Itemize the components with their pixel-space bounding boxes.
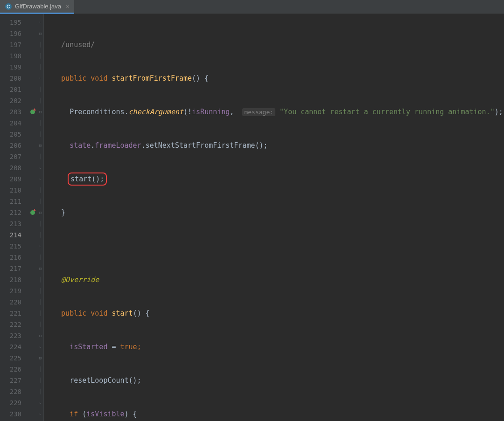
- line-number: 196: [0, 28, 21, 39]
- editor-tab-gifdrawable[interactable]: C GifDrawable.java ×: [0, 0, 74, 14]
- fold-indicator[interactable]: [37, 408, 43, 420]
- gutter-marker-slot: [28, 140, 37, 151]
- code-line: Preconditions.checkArgument(!isRunning, …: [49, 106, 504, 117]
- gutter-marker-slot: [28, 129, 37, 140]
- fold-indicator[interactable]: [37, 28, 43, 39]
- fold-indicator: [37, 218, 43, 229]
- gutter-marker-slot: [28, 185, 37, 196]
- fold-indicator: [37, 95, 43, 106]
- tab-filename: GifDrawable.java: [15, 3, 61, 10]
- fold-indicator[interactable]: [37, 341, 43, 352]
- fold-indicator[interactable]: [37, 162, 43, 173]
- gutter-marker-slot: [28, 364, 37, 375]
- gutter-marker-slot: [28, 386, 37, 397]
- gutter-marker-slot: [28, 252, 37, 263]
- gutter-marker-slot: [28, 196, 37, 207]
- line-number: 198: [0, 50, 21, 62]
- code-line: start();: [49, 173, 504, 185]
- gutter-marker-slot: [28, 241, 37, 252]
- gutter-marker-slot: [28, 62, 37, 73]
- editor-area[interactable]: 1951961971981992002012022032042052062072…: [0, 14, 504, 421]
- gutter-marker-slot: [28, 207, 37, 218]
- svg-text:C: C: [7, 4, 10, 9]
- gutter-marker-slot: [28, 297, 37, 308]
- fold-indicator[interactable]: [37, 330, 43, 341]
- gutter-marker-slot: [28, 17, 37, 28]
- override-indicator-icon[interactable]: [30, 110, 35, 114]
- gutter-marker-slot: [28, 95, 37, 106]
- fold-indicator: [37, 151, 43, 162]
- fold-indicator: [37, 364, 43, 375]
- gutter-marker-slot: [28, 285, 37, 297]
- fold-indicator[interactable]: [37, 17, 43, 28]
- fold-indicator: [37, 319, 43, 330]
- fold-indicator: [37, 185, 43, 196]
- fold-indicator[interactable]: [37, 263, 43, 274]
- fold-indicator: [37, 274, 43, 285]
- gutter-marker-slot: [28, 308, 37, 319]
- highlighted-call-start: start();: [68, 173, 107, 186]
- fold-indicator[interactable]: [37, 173, 43, 185]
- fold-indicator: [37, 386, 43, 397]
- fold-indicator: [37, 50, 43, 62]
- fold-indicator: [37, 39, 43, 50]
- gutter-marker-slot: [28, 50, 37, 62]
- line-number: 197: [0, 39, 21, 50]
- gutter-marker-slot: [28, 173, 37, 185]
- gutter-marker-slot: [28, 73, 37, 84]
- fold-indicator: [37, 375, 43, 386]
- gutter-marker-slot: [28, 397, 37, 408]
- line-number: 203: [0, 106, 21, 117]
- line-number: 205: [0, 129, 21, 140]
- fold-indicator: [37, 285, 43, 297]
- gutter-marker-slot: [28, 106, 37, 117]
- gutter-marker-slot: [28, 229, 37, 241]
- fold-gutter: [37, 14, 44, 421]
- line-number: 218: [0, 274, 21, 285]
- line-number: 220: [0, 297, 21, 308]
- gutter-marker-slot: [28, 162, 37, 173]
- line-number: 230: [0, 408, 21, 420]
- fold-indicator[interactable]: [37, 106, 43, 117]
- line-number: 208: [0, 162, 21, 173]
- code-line: /unused/: [49, 39, 504, 50]
- fold-indicator[interactable]: [37, 397, 43, 408]
- tab-bar: C GifDrawable.java ×: [0, 0, 504, 14]
- fold-indicator: [37, 196, 43, 207]
- line-number: 221: [0, 308, 21, 319]
- code-line: [49, 241, 504, 252]
- line-number: 212: [0, 207, 21, 218]
- fold-indicator: [37, 129, 43, 140]
- line-number: 214: [0, 229, 21, 241]
- line-number: 199: [0, 62, 21, 73]
- fold-indicator[interactable]: [37, 241, 43, 252]
- line-number: 226: [0, 364, 21, 375]
- line-number: 210: [0, 185, 21, 196]
- fold-indicator: [37, 229, 43, 241]
- code-content[interactable]: /unused/ public void startFromFirstFrame…: [44, 14, 504, 421]
- fold-indicator[interactable]: [37, 207, 43, 218]
- line-number: 228: [0, 386, 21, 397]
- fold-indicator: [37, 62, 43, 73]
- code-line: state.frameLoader.setNextStartFromFirstF…: [49, 140, 504, 151]
- gutter-marker-slot: [28, 218, 37, 229]
- fold-indicator[interactable]: [37, 73, 43, 84]
- close-tab-icon[interactable]: ×: [66, 3, 70, 10]
- gutter-marker-slot: [28, 352, 37, 364]
- gutter-marker-slot: [28, 39, 37, 50]
- override-indicator-icon[interactable]: [30, 210, 35, 215]
- line-number: 225: [0, 352, 21, 364]
- fold-indicator: [37, 297, 43, 308]
- fold-indicator[interactable]: [37, 140, 43, 151]
- line-number: 222: [0, 319, 21, 330]
- line-number: 207: [0, 151, 21, 162]
- line-number: 202: [0, 95, 21, 106]
- line-number: 217: [0, 263, 21, 274]
- java-class-file-icon: C: [5, 3, 12, 10]
- gutter-marker-slot: [28, 319, 37, 330]
- fold-indicator[interactable]: [37, 352, 43, 364]
- gutter-marker-slot: [28, 274, 37, 285]
- line-number: 204: [0, 117, 21, 129]
- gutter-marker-slot: [28, 28, 37, 39]
- gutter-marker-slot: [28, 375, 37, 386]
